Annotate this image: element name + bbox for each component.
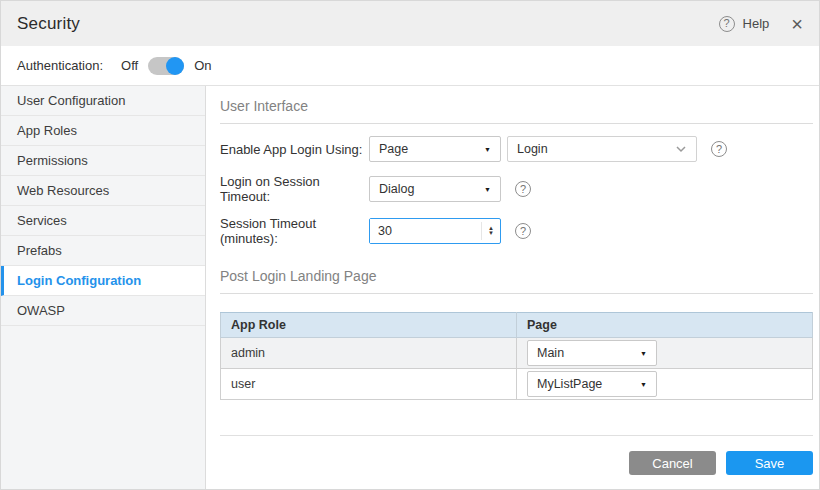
- dropdown-caret-icon: ▼: [640, 381, 647, 388]
- section-post-login: Post Login Landing Page: [220, 268, 813, 294]
- chevron-down-icon: [675, 145, 687, 153]
- section-user-interface: User Interface: [220, 98, 813, 124]
- timeout-login-label: Login on Session Timeout:: [220, 174, 369, 204]
- number-stepper[interactable]: ▲ ▼: [481, 222, 500, 240]
- help-icon[interactable]: ?: [719, 16, 735, 32]
- column-page: Page: [517, 313, 813, 338]
- timeout-login-select[interactable]: Dialog ▼: [369, 176, 501, 202]
- close-icon[interactable]: ×: [791, 14, 803, 34]
- login-type-select[interactable]: Page ▼: [369, 136, 501, 162]
- table-header-row: App Role Page: [221, 313, 813, 338]
- authentication-label: Authentication:: [17, 58, 103, 73]
- login-type-value: Page: [379, 142, 408, 156]
- admin-page-select[interactable]: Main ▼: [527, 340, 657, 366]
- main-content: User Interface Enable App Login Using: P…: [206, 86, 820, 490]
- post-login-table: App Role Page admin Main ▼: [220, 312, 813, 400]
- cancel-button[interactable]: Cancel: [629, 451, 716, 475]
- dropdown-caret-icon: ▼: [640, 350, 647, 357]
- sidebar-item-owasp[interactable]: OWASP: [1, 296, 205, 326]
- login-page-select[interactable]: Login: [507, 136, 697, 162]
- enable-login-label: Enable App Login Using:: [220, 142, 369, 157]
- toggle-knob: [166, 57, 184, 75]
- timeout-minutes-field: ▲ ▼: [369, 218, 501, 244]
- column-app-role: App Role: [221, 313, 517, 338]
- sidebar-item-permissions[interactable]: Permissions: [1, 146, 205, 176]
- timeout-minutes-input[interactable]: [370, 219, 481, 243]
- user-page-value: MyListPage: [537, 377, 602, 391]
- timeout-login-help-icon[interactable]: ?: [515, 181, 531, 197]
- stepper-down-icon[interactable]: ▼: [488, 231, 494, 236]
- titlebar: Security ? Help ×: [1, 1, 819, 46]
- dropdown-caret-icon: ▼: [484, 146, 491, 153]
- sidebar-item-user-configuration[interactable]: User Configuration: [1, 86, 205, 116]
- admin-page-value: Main: [537, 346, 564, 360]
- page-title: Security: [17, 14, 80, 34]
- toggle-off-label: Off: [121, 58, 138, 73]
- login-page-value: Login: [517, 142, 548, 156]
- sidebar-item-app-roles[interactable]: App Roles: [1, 116, 205, 146]
- authentication-bar: Authentication: Off On: [1, 46, 819, 86]
- help-link[interactable]: Help: [743, 16, 770, 31]
- enable-login-row: Enable App Login Using: Page ▼ Login ?: [220, 136, 813, 162]
- sidebar-item-login-configuration[interactable]: Login Configuration: [1, 266, 205, 296]
- user-page-select[interactable]: MyListPage ▼: [527, 371, 657, 397]
- sidebar: User Configuration App Roles Permissions…: [1, 86, 206, 490]
- app-role-cell: user: [221, 369, 517, 400]
- sidebar-item-web-resources[interactable]: Web Resources: [1, 176, 205, 206]
- timeout-login-value: Dialog: [379, 182, 414, 196]
- app-role-cell: admin: [221, 338, 517, 369]
- timeout-minutes-help-icon[interactable]: ?: [515, 223, 531, 239]
- timeout-minutes-row: Session Timeout (minutes): ▲ ▼ ?: [220, 216, 813, 246]
- sidebar-item-prefabs[interactable]: Prefabs: [1, 236, 205, 266]
- table-row: user MyListPage ▼: [221, 369, 813, 400]
- timeout-minutes-label: Session Timeout (minutes):: [220, 216, 369, 246]
- save-button[interactable]: Save: [726, 451, 813, 475]
- footer: Cancel Save: [220, 435, 813, 490]
- dropdown-caret-icon: ▼: [484, 186, 491, 193]
- enable-login-help-icon[interactable]: ?: [711, 141, 727, 157]
- security-dialog: Security ? Help × Authentication: Off On…: [0, 0, 820, 490]
- timeout-login-row: Login on Session Timeout: Dialog ▼ ?: [220, 174, 813, 204]
- table-row: admin Main ▼: [221, 338, 813, 369]
- authentication-toggle[interactable]: [148, 57, 184, 75]
- toggle-on-label: On: [194, 58, 211, 73]
- sidebar-item-services[interactable]: Services: [1, 206, 205, 236]
